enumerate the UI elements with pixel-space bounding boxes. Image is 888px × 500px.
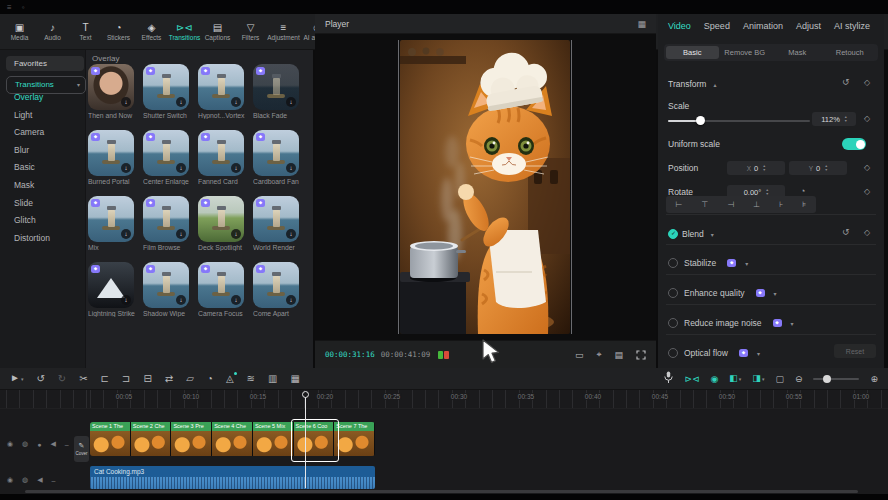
ratio-icon[interactable]: ▭ <box>575 350 584 360</box>
checkbox-icon[interactable] <box>668 348 678 358</box>
sidebar-item-light[interactable]: Light <box>14 110 32 120</box>
snap-icon[interactable]: ⊳⊲ <box>684 373 699 385</box>
scale-keyframe-icon[interactable]: ◇ <box>864 114 870 123</box>
download-icon[interactable]: ↓ <box>231 97 241 107</box>
transition-tile[interactable]: ◆↓ <box>143 64 189 110</box>
lock-icon[interactable]: ◍ <box>22 476 28 484</box>
checkbox-icon[interactable] <box>668 288 678 298</box>
focus-icon[interactable]: ⌖ <box>596 349 601 360</box>
download-icon[interactable]: ↓ <box>121 97 131 107</box>
option-row-optical-flow[interactable]: Optical flow◆▾ <box>668 346 760 360</box>
position-y-stepper[interactable]: ▴▾ <box>825 164 827 172</box>
align-center-h-icon[interactable]: ⊤ <box>701 200 708 209</box>
option-row-reduce-image-noise[interactable]: Reduce image noise◆▾ <box>668 316 794 330</box>
rotate-stepper[interactable]: ▴▾ <box>766 188 768 196</box>
clip-scene[interactable]: Scene 7 The <box>334 422 375 456</box>
download-icon[interactable]: ↓ <box>286 163 296 173</box>
clip-scene[interactable]: Scene 2 Che <box>131 422 172 456</box>
align-top-icon[interactable]: ⊥ <box>753 200 760 209</box>
timeline-ruler[interactable]: 00:0500:1000:1500:2000:2500:3000:3500:40… <box>0 390 888 409</box>
transition-tile[interactable]: ◆↓ <box>88 196 134 242</box>
level-icon[interactable]: ▥ <box>268 373 277 385</box>
settings-icon[interactable]: ◦ <box>22 3 25 12</box>
tab-adjust[interactable]: Adjust <box>796 21 821 31</box>
download-icon[interactable]: ↓ <box>121 295 131 305</box>
scale-slider-thumb[interactable] <box>696 116 705 125</box>
toolbar-item-effects[interactable]: ◈Effects <box>136 22 167 41</box>
tab-animation[interactable]: Animation <box>743 21 783 31</box>
transition-tile[interactable]: ◆↓ <box>253 262 299 308</box>
transform-keyframe-icon[interactable]: ◇ <box>864 78 870 87</box>
subtab-remove-bg[interactable]: Remove BG <box>719 46 772 59</box>
preview-axis-icon[interactable]: ◧▾ <box>729 372 741 385</box>
sidebar-item-glitch[interactable]: Glitch <box>14 215 36 225</box>
delete-icon[interactable]: ⊟ <box>143 373 151 385</box>
sidebar-item-camera[interactable]: Camera <box>14 127 44 137</box>
position-keyframe-icon[interactable]: ◇ <box>864 163 870 172</box>
blend-checkbox[interactable] <box>668 229 678 239</box>
tab-video[interactable]: Video <box>668 21 691 31</box>
toolbar-item-text[interactable]: TText <box>70 22 101 41</box>
align-middle-icon[interactable]: ⊦ <box>779 200 783 209</box>
trim-left-icon[interactable]: ⊏ <box>101 373 109 385</box>
toolbar-item-media[interactable]: ▣Media <box>4 22 35 41</box>
undo-icon[interactable]: ↺ <box>36 373 44 385</box>
chevron-down-icon[interactable]: ▾ <box>774 290 777 297</box>
download-icon[interactable]: ↓ <box>286 295 296 305</box>
clip-scene[interactable]: Scene 3 Pre <box>171 422 212 456</box>
align-right-icon[interactable]: ⊣ <box>727 200 734 209</box>
trim-right-icon[interactable]: ⊐ <box>122 373 130 385</box>
speed-icon[interactable]: ◔ <box>207 373 213 385</box>
sidebar-item-overlay[interactable]: Overlay <box>14 92 43 102</box>
visibility-icon[interactable]: ◉ <box>7 476 13 484</box>
tab-ai-stylize[interactable]: AI stylize <box>834 21 870 31</box>
mute-icon[interactable]: ● <box>37 441 41 448</box>
position-x-box[interactable]: X 0 ▴▾ <box>727 161 785 175</box>
speaker-icon[interactable]: ◀ <box>37 476 42 484</box>
blend-chevron-icon[interactable]: ▾ <box>711 231 714 238</box>
position-x-stepper[interactable]: ▴▾ <box>763 164 765 172</box>
clip-scene[interactable]: Scene 1 The <box>90 422 131 456</box>
chevron-down-icon[interactable]: ▾ <box>757 350 760 357</box>
fullscreen-icon[interactable] <box>636 350 646 360</box>
collapse-icon[interactable]: – <box>65 441 69 448</box>
transition-tile[interactable]: ◆↓ <box>253 130 299 176</box>
download-icon[interactable]: ↓ <box>231 163 241 173</box>
sidebar-item-blur[interactable]: Blur <box>14 145 29 155</box>
transition-tile[interactable]: ◆↓ <box>143 196 189 242</box>
sidebar-item-slide[interactable]: Slide <box>14 198 33 208</box>
timeline-zoom-slider[interactable] <box>813 378 859 380</box>
download-icon[interactable]: ↓ <box>176 229 186 239</box>
download-icon[interactable]: ↓ <box>176 295 186 305</box>
playhead[interactable] <box>305 392 306 488</box>
clip-scene[interactable]: Scene 4 Che <box>212 422 253 456</box>
transition-tile[interactable]: ◆↓ <box>198 196 244 242</box>
sidebar-item-distortion[interactable]: Distortion <box>14 233 50 243</box>
uniform-scale-toggle[interactable] <box>842 138 866 150</box>
checkbox-icon[interactable] <box>668 258 678 268</box>
grid-icon[interactable]: ▦ <box>290 373 299 385</box>
zoom-out-icon[interactable]: ⊖ <box>795 373 803 385</box>
chevron-down-icon[interactable]: ▾ <box>791 320 794 327</box>
toolbar-item-filters[interactable]: ▽Filters <box>235 22 266 41</box>
align-bottom-icon[interactable]: ⊧ <box>802 200 806 209</box>
cover-button[interactable]: ✎ Cover <box>74 436 89 462</box>
zoom-in-icon[interactable]: ⊕ <box>870 373 878 385</box>
select-tool-icon[interactable]: ►▾ <box>10 372 23 385</box>
position-y-box[interactable]: Y 0 ▴▾ <box>789 161 847 175</box>
scale-value-box[interactable]: 112% ▴▾ <box>812 112 856 126</box>
crop-icon[interactable]: ▱ <box>186 373 194 385</box>
option-row-stabilize[interactable]: Stabilize◆▾ <box>668 256 748 270</box>
sidebar-item-mask[interactable]: Mask <box>14 180 34 190</box>
quality-icon[interactable]: ▤ <box>614 350 623 360</box>
blend-keyframe-icon[interactable]: ◇ <box>864 228 870 237</box>
blend-reset-icon[interactable]: ↺ <box>842 227 850 237</box>
collapse-transform-icon[interactable]: ▴ <box>713 81 716 88</box>
transition-tile[interactable]: ◆↓ <box>198 130 244 176</box>
toolbar-item-captions[interactable]: ▤Captions <box>202 22 233 41</box>
lock-icon[interactable]: ◍ <box>22 440 28 448</box>
subtab-mask[interactable]: Mask <box>771 46 824 59</box>
option-row-enhance-quality[interactable]: Enhance quality◆▾ <box>668 286 777 300</box>
mirror-icon[interactable]: ⇄ <box>165 373 173 385</box>
transition-tile[interactable]: ◆↓ <box>198 262 244 308</box>
